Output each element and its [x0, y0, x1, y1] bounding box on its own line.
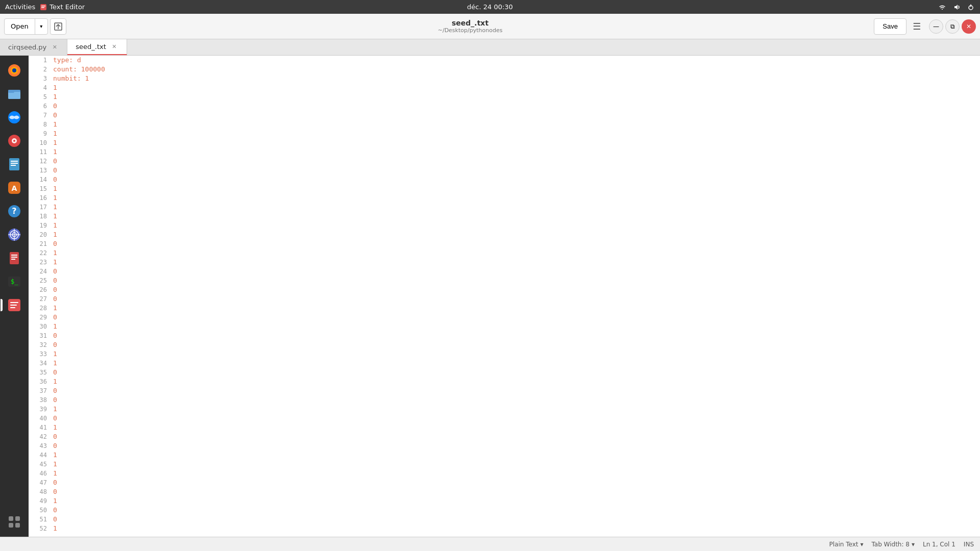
language-label: Plain Text [829, 541, 858, 548]
wifi-icon [938, 3, 946, 11]
sidebar-item-network[interactable] [4, 224, 25, 245]
line-content: 0 [53, 340, 980, 349]
line-number: 10 [29, 138, 53, 147]
line-number: 20 [29, 230, 53, 239]
line-content: 0 [53, 506, 980, 515]
line-content: 1 [53, 138, 980, 147]
line-content: 0 [53, 111, 980, 120]
svg-text:A: A [12, 184, 17, 192]
line-content: 0 [53, 294, 980, 304]
open-button[interactable]: Open [5, 19, 35, 34]
line-content: 1 [53, 212, 980, 221]
line-number: 37 [29, 386, 53, 395]
line-content: 1 [53, 322, 980, 331]
line-number: 36 [29, 377, 53, 386]
table-row: 130 [29, 166, 980, 175]
line-number: 8 [29, 120, 53, 129]
table-row: 260 [29, 285, 980, 294]
line-content: 1 [53, 147, 980, 157]
open-dropdown-arrow[interactable]: ▾ [35, 19, 47, 34]
table-row: 91 [29, 129, 980, 138]
cursor-position: Ln 1, Col 1 [923, 541, 955, 548]
sidebar-item-text-editor[interactable] [4, 294, 25, 316]
toolbar-filepath: ~/Desktop/pythonodes [438, 27, 503, 34]
table-row: 391 [29, 405, 980, 414]
table-row: 191 [29, 221, 980, 230]
line-content: count: 100000 [53, 65, 980, 74]
line-number: 12 [29, 157, 53, 166]
line-number: 2 [29, 65, 53, 74]
sidebar-item-firefox[interactable] [4, 60, 25, 81]
line-content: 1 [53, 203, 980, 212]
table-row: 361 [29, 377, 980, 386]
sidebar-item-files[interactable] [4, 83, 25, 105]
sidebar-item-thunderbird[interactable] [4, 107, 25, 128]
line-content: 0 [53, 515, 980, 524]
tab-seed-txt[interactable]: seed_.txt ✕ [67, 39, 127, 55]
table-row: 500 [29, 506, 980, 515]
line-number: 19 [29, 221, 53, 230]
sidebar-item-writer[interactable] [4, 154, 25, 175]
sidebar-item-show-apps[interactable] [4, 511, 25, 533]
save-to-new-button[interactable] [50, 18, 66, 35]
table-row: 491 [29, 496, 980, 506]
sidebar-item-help[interactable]: ? [4, 201, 25, 222]
tab-cirqseed[interactable]: cirqseed.py ✕ [0, 39, 67, 55]
line-number: 24 [29, 267, 53, 276]
save-button[interactable]: Save [874, 18, 906, 35]
table-row: 301 [29, 322, 980, 331]
line-content: 1 [53, 304, 980, 313]
table-row: 341 [29, 359, 980, 368]
table-row: 510 [29, 515, 980, 524]
table-row: 441 [29, 450, 980, 460]
help-icon: ? [6, 203, 22, 219]
line-content: 0 [53, 267, 980, 276]
line-content: 0 [53, 414, 980, 423]
tab-width-selector[interactable]: Tab Width: 8 ▾ [871, 541, 915, 548]
open-button-group[interactable]: Open ▾ [4, 18, 48, 35]
line-number: 47 [29, 478, 53, 487]
table-row: 151 [29, 184, 980, 193]
tab-cirqseed-label: cirqseed.py [8, 43, 46, 51]
window-controls: — ⧉ ✕ [929, 19, 976, 34]
table-row: 181 [29, 212, 980, 221]
table-row: 310 [29, 331, 980, 340]
editor-area[interactable]: 1type: d2count: 1000003numbit: 141516070… [29, 56, 980, 537]
restore-button[interactable]: ⧉ [945, 19, 960, 34]
toolbar: Open ▾ seed_.txt ~/Desktop/pythonodes Sa… [0, 14, 980, 39]
language-dropdown-icon: ▾ [860, 541, 863, 548]
tab-seed-txt-close[interactable]: ✕ [110, 43, 118, 51]
files-icon [6, 86, 22, 102]
sidebar-item-appstore[interactable]: A [4, 177, 25, 198]
line-content: 1 [53, 405, 980, 414]
language-selector[interactable]: Plain Text ▾ [829, 541, 863, 548]
menu-button[interactable]: ☰ [909, 18, 925, 35]
close-button[interactable]: ✕ [962, 19, 976, 34]
line-content: 1 [53, 184, 980, 193]
statusbar: Plain Text ▾ Tab Width: 8 ▾ Ln 1, Col 1 … [0, 537, 980, 551]
line-number: 39 [29, 405, 53, 414]
svg-text:?: ? [12, 206, 16, 216]
line-number: 33 [29, 349, 53, 359]
line-number: 43 [29, 441, 53, 450]
sidebar-item-rhythmbox[interactable] [4, 130, 25, 152]
minimize-button[interactable]: — [929, 19, 943, 34]
tab-bar: cirqseed.py ✕ seed_.txt ✕ [0, 39, 980, 56]
editor-content: 1type: d2count: 1000003numbit: 141516070… [29, 56, 980, 533]
tab-cirqseed-close[interactable]: ✕ [51, 43, 59, 52]
svg-rect-18 [9, 158, 19, 170]
line-number: 29 [29, 313, 53, 322]
activities-label[interactable]: Activities [5, 3, 35, 11]
sidebar-item-document-viewer[interactable] [4, 247, 25, 269]
line-number: 11 [29, 147, 53, 157]
power-icon [967, 3, 975, 11]
svg-rect-32 [11, 255, 17, 256]
sidebar-item-terminal[interactable]: $_ [4, 271, 25, 292]
line-number: 9 [29, 129, 53, 138]
svg-point-17 [13, 140, 15, 142]
line-number: 3 [29, 74, 53, 83]
table-row: 270 [29, 294, 980, 304]
line-content: 1 [53, 129, 980, 138]
svg-rect-19 [11, 161, 18, 162]
tab-width-dropdown-icon: ▾ [912, 541, 915, 548]
